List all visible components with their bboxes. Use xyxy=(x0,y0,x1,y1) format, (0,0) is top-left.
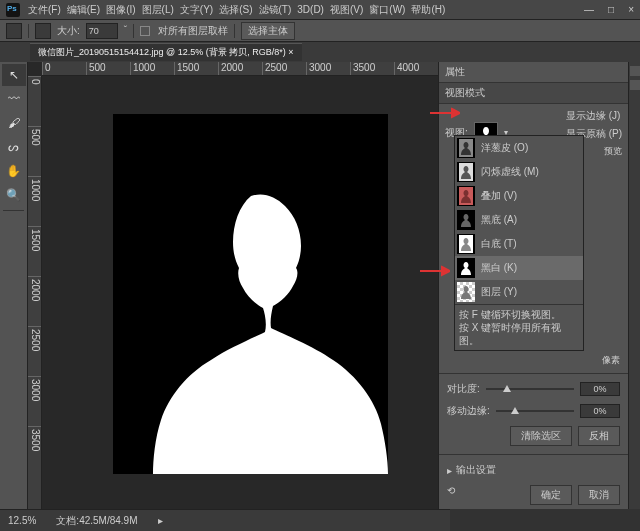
menu-3d[interactable]: 3D(D) xyxy=(297,4,324,15)
view-mode-overlay[interactable]: 叠加 (V) xyxy=(455,184,583,208)
refine-brush-tool-icon[interactable]: 〰 xyxy=(2,88,26,110)
ok-button[interactable]: 确定 xyxy=(530,485,572,505)
dropdown-footer: 按 F 键循环切换视图。 按 X 键暂时停用所有视图。 xyxy=(455,304,583,350)
view-mode-on-white[interactable]: 白底 (T) xyxy=(455,232,583,256)
hand-tool-icon[interactable]: ✋ xyxy=(2,160,26,182)
annotation-arrow-icon xyxy=(430,107,460,119)
view-mode-onion[interactable]: 洋葱皮 (O) xyxy=(455,136,583,160)
collapsed-panel-icon[interactable] xyxy=(630,66,640,76)
menu-image[interactable]: 图像(I) xyxy=(106,3,135,17)
view-mode-black-white[interactable]: 黑白 (K) xyxy=(455,256,583,280)
clear-selection-button[interactable]: 清除选区 xyxy=(510,426,572,446)
output-settings-label[interactable]: 输出设置 xyxy=(456,463,496,477)
tool-preset-icon[interactable] xyxy=(6,23,22,39)
window-close-icon[interactable]: × xyxy=(628,4,634,15)
quick-select-tool-icon[interactable]: ↖ xyxy=(2,64,26,86)
collapsed-panel-strip xyxy=(628,62,640,509)
sample-all-checkbox[interactable] xyxy=(140,26,150,36)
annotation-arrow-icon xyxy=(420,265,450,277)
view-mode-dropdown: 洋葱皮 (O) 闪烁虚线 (M) 叠加 (V) 黑底 (A) 白底 (T) 黑白… xyxy=(454,135,584,351)
zoom-level[interactable]: 12.5% xyxy=(8,515,36,526)
show-edge-label: 显示边缘 (J) xyxy=(566,109,620,123)
menu-edit[interactable]: 编辑(E) xyxy=(67,3,100,17)
menu-help[interactable]: 帮助(H) xyxy=(411,3,445,17)
brush-tool-icon[interactable]: 🖌 xyxy=(2,112,26,134)
document-canvas[interactable] xyxy=(113,114,388,474)
document-tab[interactable]: 微信图片_20190515154412.jpg @ 12.5% (背景 拷贝, … xyxy=(30,43,302,61)
panel-section-view-mode: 视图模式 xyxy=(439,83,628,104)
view-mode-on-black[interactable]: 黑底 (A) xyxy=(455,208,583,232)
window-maximize-icon[interactable]: □ xyxy=(608,4,614,15)
menu-window[interactable]: 窗口(W) xyxy=(369,3,405,17)
shift-edge-value[interactable]: 0% xyxy=(580,404,620,418)
contrast-label: 对比度: xyxy=(447,382,480,396)
shift-edge-slider[interactable] xyxy=(496,410,574,412)
size-input[interactable] xyxy=(86,23,118,39)
menu-filter[interactable]: 滤镜(T) xyxy=(259,3,292,17)
mask-silhouette xyxy=(153,194,388,474)
size-caret-icon[interactable]: ˇ xyxy=(124,25,127,36)
menu-layer[interactable]: 图层(L) xyxy=(142,3,174,17)
menu-type[interactable]: 文字(Y) xyxy=(180,3,213,17)
doc-size: 文档:42.5M/84.9M xyxy=(56,514,137,528)
canvas-area: 05001000150020002500300035004000 0500100… xyxy=(28,62,438,509)
chevron-right-icon[interactable]: ▸ xyxy=(447,465,452,476)
options-bar: 大小: ˇ 对所有图层取样 选择主体 xyxy=(0,20,640,42)
sample-all-label: 对所有图层取样 xyxy=(158,24,228,38)
zoom-tool-icon[interactable]: 🔍 xyxy=(2,184,26,206)
view-mode-on-layers[interactable]: 图层 (Y) xyxy=(455,280,583,304)
window-minimize-icon[interactable]: — xyxy=(584,4,594,15)
lasso-tool-icon[interactable]: ᔕ xyxy=(2,136,26,158)
left-toolbar: ↖ 〰 🖌 ᔕ ✋ 🔍 xyxy=(0,62,28,509)
menu-view[interactable]: 视图(V) xyxy=(330,3,363,17)
menubar: 文件(F) 编辑(E) 图像(I) 图层(L) 文字(Y) 选择(S) 滤镜(T… xyxy=(0,0,640,20)
menu-file[interactable]: 文件(F) xyxy=(28,3,61,17)
shift-edge-label: 移动边缘: xyxy=(447,404,490,418)
document-tabbar: 微信图片_20190515154412.jpg @ 12.5% (背景 拷贝, … xyxy=(0,42,640,62)
size-label: 大小: xyxy=(57,24,80,38)
view-mode-marching-ants[interactable]: 闪烁虚线 (M) xyxy=(455,160,583,184)
panel-title: 属性 xyxy=(439,62,628,83)
brush-tip-icon[interactable] xyxy=(35,23,51,39)
cancel-button[interactable]: 取消 xyxy=(578,485,620,505)
app-logo-icon xyxy=(6,3,20,17)
contrast-slider[interactable] xyxy=(486,388,574,390)
status-bar: 12.5% 文档:42.5M/84.9M ▸ xyxy=(0,509,450,531)
invert-button[interactable]: 反相 xyxy=(578,426,620,446)
contrast-value[interactable]: 0% xyxy=(580,382,620,396)
select-subject-button[interactable]: 选择主体 xyxy=(241,22,295,40)
status-caret-icon[interactable]: ▸ xyxy=(158,515,163,526)
collapsed-panel-icon[interactable] xyxy=(630,80,640,90)
reset-icon[interactable]: ⟲ xyxy=(447,485,455,505)
ruler-vertical: 0500100015002000250030003500 xyxy=(28,76,42,509)
ruler-horizontal: 05001000150020002500300035004000 xyxy=(42,62,438,76)
menu-select[interactable]: 选择(S) xyxy=(219,3,252,17)
pixel-label: 像素 xyxy=(439,352,628,369)
